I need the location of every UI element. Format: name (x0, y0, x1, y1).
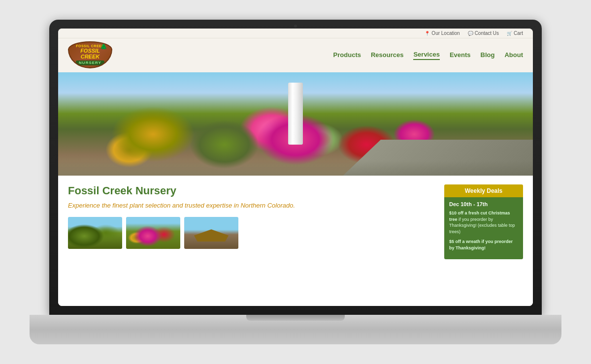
deal-1-detail: if you preorder by Thanksgiving! (exclud… (449, 217, 515, 234)
contact-link[interactable]: 💬 Contact Us (468, 30, 499, 36)
logo-area[interactable]: 🌲 FOSSIL CREEK FOSSILCREEK NURSERY (68, 41, 112, 68)
logo-text-nursery: NURSERY (76, 61, 104, 65)
thumbnail-3[interactable] (184, 217, 238, 249)
deals-date: Dec 10th - 17th (449, 201, 518, 207)
hero-section (58, 72, 533, 176)
laptop-body: 📍 Our Location 💬 Contact Us 🛒 Cart (49, 20, 542, 315)
camera-dot (294, 25, 297, 28)
thumbnail-1[interactable] (68, 217, 122, 249)
laptop-device: 📍 Our Location 💬 Contact Us 🛒 Cart (49, 20, 542, 344)
nav-products[interactable]: Products (333, 50, 361, 60)
site-subtitle: Experience the finest plant selection an… (68, 201, 434, 210)
laptop-hinge (246, 315, 345, 321)
screen: 📍 Our Location 💬 Contact Us 🛒 Cart (58, 29, 533, 306)
nav-resources[interactable]: Resources (371, 50, 403, 60)
logo-text-main: FOSSILCREEK (80, 48, 100, 60)
nav-blog[interactable]: Blog (481, 50, 495, 60)
contact-icon: 💬 (468, 31, 473, 36)
thumbnail-2[interactable] (126, 217, 180, 249)
location-label: Our Location (431, 30, 460, 36)
sidebar-deals: Weekly Deals Dec 10th - 17th $10 off a f… (444, 184, 523, 300)
logo-shape: 🌲 FOSSIL CREEK FOSSILCREEK NURSERY (68, 41, 112, 68)
hero-overlay (58, 161, 533, 176)
thumbnail-row (68, 217, 434, 249)
utility-bar: 📍 Our Location 💬 Contact Us 🛒 Cart (58, 29, 533, 38)
logo-tree-icon: 🌲 (100, 43, 107, 50)
nav-about[interactable]: About (504, 50, 523, 60)
contact-label: Contact Us (475, 30, 499, 36)
content-area: Fossil Creek Nursery Experience the fine… (58, 176, 533, 306)
cart-icon: 🛒 (507, 31, 512, 36)
location-icon: 📍 (425, 31, 430, 36)
main-content: Fossil Creek Nursery Experience the fine… (68, 184, 434, 300)
deals-body: Dec 10th - 17th $10 off a fresh cut Chri… (444, 197, 523, 259)
hero-pillar (288, 83, 303, 145)
location-link[interactable]: 📍 Our Location (425, 30, 460, 36)
screen-bezel: 📍 Our Location 💬 Contact Us 🛒 Cart (58, 29, 533, 306)
cart-link[interactable]: 🛒 Cart (507, 30, 523, 36)
deal-item-1: $10 off a fresh cut Christmas tree if yo… (449, 210, 518, 235)
deal-item-2: $5 off a wreath if you preorder by Thank… (449, 239, 518, 251)
hero-garden-image (58, 72, 533, 176)
nav-events[interactable]: Events (450, 50, 471, 60)
deal-2-bold: $5 off a wreath if you preorder by Thank… (449, 239, 513, 250)
site-title: Fossil Creek Nursery (68, 184, 434, 197)
laptop-base (30, 315, 561, 344)
main-nav: Products Resources Services Events Blog … (333, 50, 523, 60)
cart-label: Cart (514, 30, 523, 36)
nav-services[interactable]: Services (413, 50, 440, 60)
deals-header: Weekly Deals (444, 184, 523, 197)
header: 🌲 FOSSIL CREEK FOSSILCREEK NURSERY Produ… (58, 38, 533, 72)
website: 📍 Our Location 💬 Contact Us 🛒 Cart (58, 29, 533, 306)
logo-badge: 🌲 FOSSIL CREEK FOSSILCREEK NURSERY (68, 41, 112, 68)
